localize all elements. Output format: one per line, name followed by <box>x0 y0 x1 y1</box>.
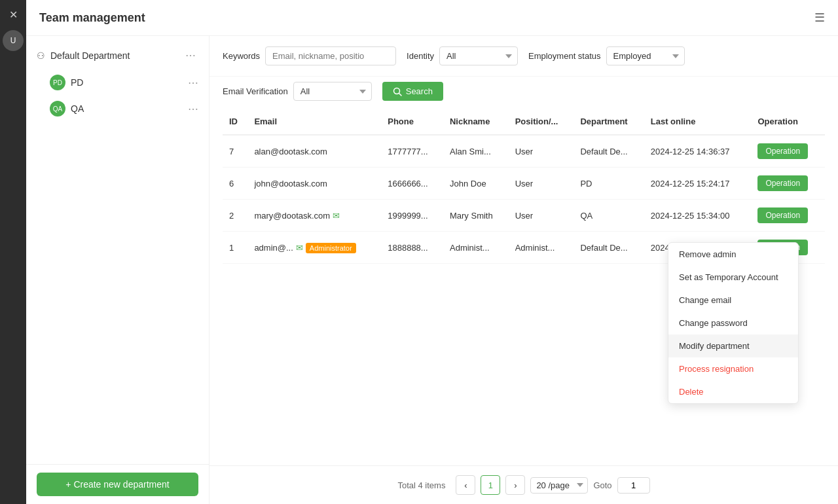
close-icon[interactable]: ✕ <box>5 7 21 22</box>
org-icon: ⚇ <box>37 50 45 61</box>
cell-position: Administ... <box>509 232 574 264</box>
next-page-button[interactable]: › <box>505 475 525 495</box>
email-verify-label: Email Verification <box>223 86 288 96</box>
search-button-label: Search <box>406 86 433 96</box>
cell-id: 7 <box>223 135 247 168</box>
goto-label: Goto <box>593 480 611 490</box>
col-operation: Operation <box>751 109 825 135</box>
menu-icon[interactable]: ☰ <box>814 10 825 25</box>
dropdown-item[interactable]: Delete <box>668 380 798 403</box>
dropdown-item[interactable]: Process resignation <box>668 357 798 380</box>
col-last-online: Last online <box>644 109 752 135</box>
dropdown-item[interactable]: Modify department <box>668 334 798 357</box>
dropdown-item[interactable]: Change email <box>668 289 798 312</box>
department-sidebar: ⚇ Default Department ⋯ PD PD ⋯ QA QA ⋯ <box>26 36 210 504</box>
cell-id: 2 <box>223 200 247 232</box>
cell-nickname: Administ... <box>443 232 509 264</box>
dept-footer: + Create new department <box>26 464 209 504</box>
table-row: 7alan@dootask.com1777777...Alan Smi...Us… <box>223 135 825 168</box>
page-title: Team management <box>39 11 808 25</box>
col-nickname: Nickname <box>443 109 509 135</box>
operation-button[interactable]: Operation <box>757 143 808 159</box>
cell-operation: Operation <box>751 168 825 200</box>
email-verified-icon: ✉ <box>296 243 303 253</box>
pagination-total: Total 4 items <box>397 480 445 490</box>
cell-last-online: 2024-12-25 15:24:17 <box>644 168 752 200</box>
pagination-row: Total 4 items ‹ 1 › 10 /page 20 /page 50… <box>210 465 838 504</box>
users-table: ID Email Phone Nickname Position/... Dep… <box>223 109 825 264</box>
keywords-input[interactable] <box>265 46 396 65</box>
search-button[interactable]: Search <box>382 82 443 101</box>
keywords-label: Keywords <box>223 51 260 61</box>
cell-email: mary@dootask.com✉ <box>247 200 381 232</box>
modal-header: Team management ☰ <box>26 0 838 36</box>
dept-item-label: Default Department <box>50 50 177 61</box>
cell-department: QA <box>574 200 644 232</box>
col-email: Email <box>247 109 381 135</box>
goto-input[interactable] <box>617 477 650 494</box>
col-id: ID <box>223 109 247 135</box>
email-verify-group: Email Verification All Verified Unverifi… <box>223 82 372 101</box>
col-phone: Phone <box>381 109 443 135</box>
cell-email: alan@dootask.com <box>247 135 381 168</box>
keywords-group: Keywords <box>223 46 396 65</box>
cell-operation: Operation <box>751 200 825 232</box>
admin-badge: Administrator <box>306 243 356 253</box>
filters-row-2: Email Verification All Verified Unverifi… <box>210 77 838 109</box>
cell-position: User <box>509 200 574 232</box>
email-verify-select[interactable]: All Verified Unverified <box>293 82 372 101</box>
cell-last-online: 2024-12-25 14:36:37 <box>644 135 752 168</box>
dept-sub-more-qa[interactable]: ⋯ <box>188 103 198 115</box>
department-list: ⚇ Default Department ⋯ PD PD ⋯ QA QA ⋯ <box>26 36 209 464</box>
cell-operation: Operation <box>751 135 825 168</box>
cell-id: 1 <box>223 232 247 264</box>
table-row: 2mary@dootask.com✉1999999...Mary SmithUs… <box>223 200 825 232</box>
cell-nickname: John Doe <box>443 168 509 200</box>
cell-department: Default De... <box>574 135 644 168</box>
search-icon <box>393 87 402 96</box>
employment-label: Employment status <box>528 51 601 61</box>
cell-last-online: 2024-12-25 15:34:00 <box>644 200 752 232</box>
create-department-button[interactable]: + Create new department <box>37 473 198 496</box>
svg-line-1 <box>399 93 401 96</box>
identity-group: Identity All User Administrator <box>407 46 518 65</box>
dropdown-item[interactable]: Change password <box>668 312 798 334</box>
dropdown-item[interactable]: Remove admin <box>668 243 798 266</box>
filters-row-1: Keywords Identity All User Administrator… <box>210 36 838 77</box>
dept-avatar-pd: PD <box>50 75 65 90</box>
cell-phone: 1777777... <box>381 135 443 168</box>
identity-label: Identity <box>407 51 434 61</box>
dept-sub-item-qa[interactable]: QA QA ⋯ <box>26 96 209 122</box>
cell-nickname: Alan Smi... <box>443 135 509 168</box>
dept-sub-more-pd[interactable]: ⋯ <box>188 77 198 89</box>
cell-id: 6 <box>223 168 247 200</box>
operation-dropdown: Remove adminSet as Temporary AccountChan… <box>668 242 799 404</box>
cell-phone: 1888888... <box>381 232 443 264</box>
dept-more-icon[interactable]: ⋯ <box>183 48 198 63</box>
cell-department: PD <box>574 168 644 200</box>
prev-page-button[interactable]: ‹ <box>456 475 475 495</box>
employment-select[interactable]: Employed Resigned All <box>606 46 685 65</box>
operation-button[interactable]: Operation <box>757 207 808 223</box>
table-header-row: ID Email Phone Nickname Position/... Dep… <box>223 109 825 135</box>
cell-phone: 1999999... <box>381 200 443 232</box>
cell-phone: 1666666... <box>381 168 443 200</box>
col-position: Position/... <box>509 109 574 135</box>
dept-item-default[interactable]: ⚇ Default Department ⋯ <box>26 41 209 69</box>
identity-select[interactable]: All User Administrator <box>439 46 518 65</box>
dept-sub-label-pd: PD <box>71 77 183 88</box>
cell-email: admin@...✉Administrator <box>247 232 381 264</box>
page-1-button[interactable]: 1 <box>481 475 500 495</box>
cell-nickname: Mary Smith <box>443 200 509 232</box>
cell-department: Default De... <box>574 232 644 264</box>
col-department: Department <box>574 109 644 135</box>
page-size-select[interactable]: 10 /page 20 /page 50 /page 100 /page <box>530 477 588 494</box>
cell-email: john@dootask.com <box>247 168 381 200</box>
dept-sub-item-pd[interactable]: PD PD ⋯ <box>26 69 209 96</box>
operation-button[interactable]: Operation <box>757 175 808 191</box>
dept-avatar-qa: QA <box>50 101 65 117</box>
dropdown-item[interactable]: Set as Temporary Account <box>668 266 798 289</box>
employment-group: Employment status Employed Resigned All <box>528 46 685 65</box>
cell-position: User <box>509 135 574 168</box>
dept-sub-label-qa: QA <box>71 103 183 114</box>
